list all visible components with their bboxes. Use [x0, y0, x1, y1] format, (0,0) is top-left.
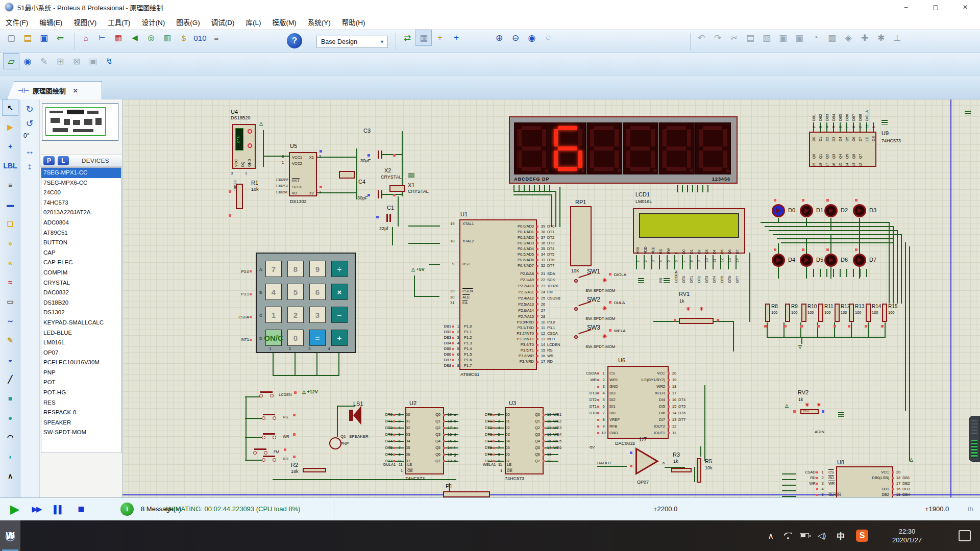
- device-list-item[interactable]: 7SEG-MPX6-CC: [41, 178, 121, 188]
- edit-toolbar-icon[interactable]: ▧: [758, 30, 775, 46]
- menu-item[interactable]: 模版(M): [267, 17, 302, 27]
- toolbar-icon[interactable]: $: [176, 30, 192, 46]
- edit-toolbar-icon[interactable]: ◔: [807, 30, 824, 46]
- sogou-icon[interactable]: S: [854, 520, 870, 551]
- mode-icon[interactable]: +: [2, 138, 18, 155]
- mode-icon[interactable]: ◒: [2, 352, 18, 368]
- switch-actuator-icon[interactable]: ✳: [602, 277, 607, 284]
- pot-adjust-icon[interactable]: ✳: [699, 306, 703, 312]
- mode-icon[interactable]: «: [2, 255, 18, 271]
- component-u8-adc[interactable]: U8 CSAD1CSRD2RDWR3WR45CLK IN VCC20DB0(LS…: [796, 459, 949, 497]
- zoom-toolbar-icon[interactable]: ◌: [540, 30, 556, 46]
- toolbar2-icon[interactable]: ✎: [36, 53, 52, 69]
- transistor-q1[interactable]: [329, 437, 341, 449]
- component-switch[interactable]: SW3 WELA SW-SPDT-MOM ✳: [574, 324, 641, 352]
- step-button[interactable]: ▶▶: [29, 502, 44, 517]
- device-list-item[interactable]: PCELEC10U16V30M: [41, 358, 121, 368]
- pot-adjust-icon[interactable]: ✳: [686, 306, 690, 312]
- schematic-canvas[interactable]: U4 DS18B20 27.0 VCC DQ GND 3 1 18B20 R1 …: [122, 99, 980, 497]
- minimize-button[interactable]: –: [891, 0, 921, 14]
- device-list-item[interactable]: DAC0832: [41, 288, 121, 298]
- mode-icon[interactable]: ✎: [2, 332, 18, 348]
- toolbar-icon[interactable]: ⊢: [94, 30, 110, 46]
- menu-item[interactable]: 文件(F): [0, 17, 34, 27]
- component-r2[interactable]: R2 18k: [288, 462, 334, 482]
- device-list-item[interactable]: POT: [41, 378, 121, 388]
- device-list-item[interactable]: LED-BLUE: [41, 328, 121, 338]
- device-list-item[interactable]: 02013A220JAT2A: [41, 208, 121, 218]
- component-led[interactable]: D6: [824, 254, 838, 267]
- zoom-toolbar-icon[interactable]: ⊕: [491, 30, 507, 46]
- menu-item[interactable]: 工具(T): [102, 17, 136, 27]
- device-list-item[interactable]: RESPACK-8: [41, 408, 121, 418]
- mode-icon[interactable]: LBL: [2, 158, 18, 174]
- mode-icon[interactable]: ■: [2, 390, 18, 407]
- menu-item[interactable]: 设计(N): [136, 17, 171, 27]
- device-list-item[interactable]: CRYSTAL: [41, 278, 121, 288]
- volume-icon[interactable]: ◁): [815, 520, 829, 551]
- ime-indicator[interactable]: 中: [833, 520, 848, 551]
- design-dropdown[interactable]: Base Design▼: [316, 36, 388, 48]
- wifi-icon[interactable]: [781, 520, 795, 551]
- device-list-item[interactable]: 7SEG-MPX1-CC: [41, 168, 121, 178]
- device-list-item[interactable]: POT-HG: [41, 388, 121, 398]
- edit-toolbar-icon[interactable]: ⊥: [889, 30, 905, 46]
- device-list-item[interactable]: RES: [41, 398, 121, 408]
- mode-icon[interactable]: ●: [2, 410, 18, 426]
- mirror-vertical-button[interactable]: ↕: [23, 160, 36, 173]
- component-r1[interactable]: [236, 184, 243, 209]
- device-list-item[interactable]: LM016L: [41, 338, 121, 348]
- device-list-item[interactable]: 24C00: [41, 188, 121, 198]
- mode-icon[interactable]: ∧: [2, 468, 18, 484]
- device-list-item[interactable]: DS1302: [41, 308, 121, 318]
- switch-actuator-icon[interactable]: ✳: [602, 333, 607, 340]
- taskbar-clock[interactable]: 22:30 2020/1/27: [885, 520, 929, 551]
- mode-icon[interactable]: »: [2, 235, 18, 252]
- menu-item[interactable]: 视图(V): [68, 17, 102, 27]
- component-u1-at89c51[interactable]: U1 AT89C51 19 XTAL1 18 XTAL2 9 RST 29 PS…: [439, 209, 577, 383]
- pushbutton[interactable]: [260, 391, 273, 396]
- component-p1-connector[interactable]: P1: [442, 483, 493, 497]
- library-button[interactable]: L: [58, 156, 69, 165]
- component-rv2-pot[interactable]: RV2 1k ✳ ✳ 72% △ ADIN: [791, 388, 863, 439]
- device-list-item[interactable]: CAP-ELEC: [41, 258, 121, 268]
- pushbutton[interactable]: [263, 433, 275, 438]
- edit-toolbar-icon[interactable]: ▣: [791, 30, 807, 46]
- taskbar-app-icon[interactable]: [0, 520, 20, 551]
- toolbar2-icon[interactable]: ↯: [101, 53, 117, 69]
- mode-icon[interactable]: ╱: [2, 371, 18, 387]
- device-list-item[interactable]: KEYPAD-SMALLCALC: [41, 318, 121, 328]
- mode-icon[interactable]: ↖: [2, 99, 18, 116]
- adjust-down-icon[interactable]: [248, 143, 252, 148]
- toolbar-icon[interactable]: ⇄: [399, 30, 415, 46]
- zoom-toolbar-icon[interactable]: ◉: [524, 30, 540, 46]
- component-7seg-display[interactable]: ABCDEFG DP 123456: [509, 116, 738, 184]
- play-button[interactable]: ▶: [7, 502, 22, 517]
- crystal-x1[interactable]: [389, 185, 405, 192]
- overview-minimap[interactable]: [42, 103, 118, 141]
- toolbar-icon[interactable]: ▦: [415, 30, 432, 46]
- pot-adjust-icon[interactable]: ✳: [805, 402, 809, 408]
- toolbar-icon[interactable]: +: [432, 30, 448, 46]
- device-list-item[interactable]: OP07: [41, 348, 121, 358]
- toolbar-icon[interactable]: +: [448, 30, 464, 46]
- edit-toolbar-icon[interactable]: ✱: [873, 30, 889, 46]
- mode-icon[interactable]: ❏: [2, 216, 18, 232]
- adjust-up-icon[interactable]: [248, 129, 252, 134]
- crystal-x2[interactable]: [339, 171, 355, 179]
- toolbar-icon[interactable]: ▥: [159, 30, 176, 46]
- toolbar-icon[interactable]: ▣: [36, 30, 52, 46]
- pushbutton[interactable]: [254, 448, 266, 454]
- component-keypad[interactable]: 789÷456×123−ON/C0=+ ABCD 1234: [256, 253, 356, 353]
- edit-toolbar-icon[interactable]: ▣: [775, 30, 791, 46]
- toolbar-icon[interactable]: ◀: [127, 30, 143, 46]
- zoom-toolbar-icon[interactable]: ⊖: [507, 30, 524, 46]
- toolbar-icon[interactable]: 010: [192, 30, 208, 46]
- pot-adjust-icon[interactable]: ✳: [817, 402, 821, 408]
- menu-item[interactable]: 帮助(H): [336, 17, 371, 27]
- battery-icon[interactable]: [797, 520, 812, 551]
- close-button[interactable]: ✕: [950, 0, 980, 14]
- device-list-item[interactable]: SW-SPDT-MOM: [41, 428, 121, 438]
- rotate-cw-button[interactable]: ↻: [23, 103, 36, 116]
- pause-button[interactable]: ▌▌: [51, 502, 66, 517]
